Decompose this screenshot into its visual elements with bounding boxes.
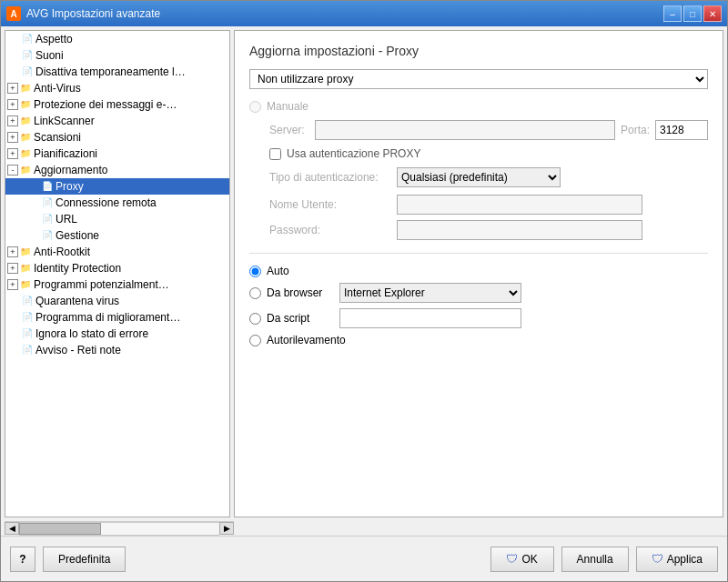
sidebar-item-connessione[interactable]: 📄 Connessione remota bbox=[5, 195, 229, 211]
autorilevamento-radio[interactable] bbox=[249, 335, 261, 346]
expand-icon[interactable]: + bbox=[7, 115, 18, 126]
title-bar: A AVG Impostazioni avanzate – □ ✕ bbox=[1, 1, 727, 26]
tipo-label: Tipo di autenticazione: bbox=[269, 171, 397, 184]
scroll-right-btn[interactable]: ▶ bbox=[219, 522, 234, 535]
ok-button[interactable]: 🛡 OK bbox=[490, 547, 554, 572]
script-radio-row: Da script bbox=[249, 308, 708, 328]
sidebar-item-aspetto[interactable]: 📄 Aspetto bbox=[5, 31, 229, 47]
bottom-bar: ? Predefinita 🛡 OK Annulla 🛡 Applica bbox=[1, 536, 727, 581]
auth-checkbox-label: Usa autenticazione PROXY bbox=[287, 147, 420, 160]
username-row: Nome Utente: bbox=[269, 195, 708, 215]
sidebar-item-gestione[interactable]: 📄 Gestione bbox=[5, 227, 229, 244]
folder-icon: 📁 bbox=[20, 279, 31, 290]
password-row: Password: bbox=[269, 220, 708, 240]
sidebar-label-disattiva: Disattiva temporaneamente la pro bbox=[35, 65, 190, 78]
expand-icon[interactable]: + bbox=[7, 148, 18, 159]
auth-checkbox-row: Usa autenticazione PROXY bbox=[269, 147, 708, 160]
proxy-dropdown-row: Non utilizzare proxy Manuale Auto Da bro… bbox=[249, 69, 708, 89]
scroll-thumb[interactable] bbox=[19, 523, 101, 535]
password-input[interactable] bbox=[397, 220, 642, 240]
sidebar-label-miglioramento: Programma di miglioramento del p bbox=[35, 311, 181, 324]
browser-dropdown[interactable]: Internet Explorer Firefox Chrome bbox=[339, 283, 521, 303]
browser-radio-label: Da browser bbox=[267, 286, 339, 299]
sidebar-item-url[interactable]: 📄 URL bbox=[5, 211, 229, 227]
nome-label: Nome Utente: bbox=[269, 198, 397, 211]
expand-icon[interactable]: + bbox=[7, 132, 18, 143]
browser-radio[interactable] bbox=[249, 287, 261, 299]
sidebar-label-gestione: Gestione bbox=[56, 229, 99, 242]
sidebar-label-identity: Identity Protection bbox=[34, 262, 121, 275]
auto-radio[interactable] bbox=[249, 266, 261, 277]
doc-icon: 📄 bbox=[22, 345, 33, 356]
doc-icon: 📄 bbox=[22, 296, 33, 306]
minimize-button[interactable]: – bbox=[663, 5, 682, 22]
sidebar-item-scansioni[interactable]: + 📁 Scansioni bbox=[5, 129, 229, 146]
doc-icon: 📄 bbox=[22, 50, 33, 61]
autorilevamento-label: Autorilevamento bbox=[267, 334, 346, 346]
auth-type-row: Tipo di autenticazione: Qualsiasi (prede… bbox=[269, 167, 708, 187]
main-window: A AVG Impostazioni avanzate – □ ✕ 📄 Aspe… bbox=[0, 0, 728, 582]
expand-icon[interactable]: + bbox=[7, 99, 18, 110]
username-input[interactable] bbox=[397, 195, 642, 215]
sidebar-item-ignora[interactable]: 📄 Ignora lo stato di errore bbox=[5, 326, 229, 342]
autorilevamento-radio-row: Autorilevamento bbox=[249, 334, 708, 346]
expand-icon[interactable]: + bbox=[7, 83, 18, 94]
title-bar-left: A AVG Impostazioni avanzate bbox=[6, 6, 160, 21]
help-button[interactable]: ? bbox=[10, 547, 35, 572]
browser-radio-row: Da browser Internet Explorer Firefox Chr… bbox=[249, 283, 708, 303]
sidebar-item-suoni[interactable]: 📄 Suoni bbox=[5, 47, 229, 64]
annulla-label: Annulla bbox=[577, 553, 613, 566]
sidebar-item-linkscanner[interactable]: + 📁 LinkScanner bbox=[5, 113, 229, 129]
expand-icon[interactable]: + bbox=[7, 263, 18, 274]
close-button[interactable]: ✕ bbox=[703, 5, 722, 22]
scroll-left-btn[interactable]: ◀ bbox=[5, 522, 19, 535]
divider bbox=[249, 253, 708, 254]
server-input[interactable] bbox=[315, 120, 615, 140]
sidebar-label-scansioni: Scansioni bbox=[34, 131, 81, 144]
sidebar-item-antirootkit[interactable]: + 📁 Anti-Rootkit bbox=[5, 244, 229, 260]
manual-radio[interactable] bbox=[249, 101, 261, 113]
predefinita-label: Predefinita bbox=[58, 553, 110, 566]
sidebar-item-quarantena[interactable]: 📄 Quarantena virus bbox=[5, 293, 229, 309]
auth-type-dropdown[interactable]: Qualsiasi (predefinita) Basic NTLM Diges… bbox=[397, 167, 561, 187]
horizontal-scrollbar: ◀ ▶ bbox=[5, 521, 234, 536]
sidebar-item-protezione[interactable]: + 📁 Protezione dei messaggi e-mail bbox=[5, 96, 229, 113]
porta-label: Porta: bbox=[621, 124, 650, 136]
maximize-button[interactable]: □ bbox=[683, 5, 702, 22]
folder-icon: 📁 bbox=[20, 263, 31, 274]
ok-label: OK bbox=[521, 553, 537, 566]
sidebar-label-proxy: Proxy bbox=[56, 180, 84, 193]
doc-icon: 📄 bbox=[22, 34, 33, 45]
predefinita-button[interactable]: Predefinita bbox=[43, 547, 126, 572]
expand-icon[interactable]: + bbox=[7, 279, 18, 290]
sidebar-item-identity[interactable]: + 📁 Identity Protection bbox=[5, 260, 229, 276]
proxy-type-dropdown[interactable]: Non utilizzare proxy Manuale Auto Da bro… bbox=[249, 69, 708, 89]
sidebar-label-suoni: Suoni bbox=[35, 49, 64, 62]
folder-icon: 📁 bbox=[20, 148, 31, 159]
sidebar-item-proxy[interactable]: 📄 Proxy bbox=[5, 178, 229, 195]
porta-input[interactable]: 3128 bbox=[655, 120, 708, 140]
applica-button[interactable]: 🛡 Applica bbox=[636, 547, 718, 572]
sidebar-item-antivirus[interactable]: + 📁 Anti-Virus bbox=[5, 80, 229, 96]
sidebar-label-linkscanner: LinkScanner bbox=[34, 115, 95, 127]
sidebar-label-antivirus: Anti-Virus bbox=[34, 82, 81, 95]
sidebar-label-antirootkit: Anti-Rootkit bbox=[34, 246, 90, 258]
help-icon: ? bbox=[19, 553, 25, 566]
sidebar-item-aggiornamento[interactable]: - 📁 Aggiornamento bbox=[5, 162, 229, 178]
sidebar-item-miglioramento[interactable]: 📄 Programma di miglioramento del p bbox=[5, 309, 229, 326]
main-content: 📄 Aspetto 📄 Suoni 📄 Disattiva temporanea… bbox=[1, 26, 727, 521]
sidebar-item-disattiva[interactable]: 📄 Disattiva temporaneamente la pro bbox=[5, 64, 229, 80]
sidebar-item-pianificazioni[interactable]: + 📁 Pianificazioni bbox=[5, 146, 229, 162]
sidebar-item-avviso[interactable]: 📄 Avviso - Reti note bbox=[5, 342, 229, 358]
folder-icon: 📁 bbox=[20, 115, 31, 126]
script-radio[interactable] bbox=[249, 313, 261, 325]
script-input[interactable] bbox=[339, 308, 521, 328]
sidebar-item-programmi[interactable]: + 📁 Programmi potenzialmente indesid bbox=[5, 276, 229, 293]
annulla-button[interactable]: Annulla bbox=[561, 547, 629, 572]
expand-icon[interactable]: + bbox=[7, 246, 18, 257]
manual-radio-row: Manuale bbox=[249, 100, 708, 113]
folder-icon: 📁 bbox=[20, 83, 31, 94]
expand-icon[interactable]: - bbox=[7, 165, 18, 176]
doc-icon: 📄 bbox=[42, 214, 53, 225]
auth-checkbox[interactable] bbox=[269, 148, 281, 160]
